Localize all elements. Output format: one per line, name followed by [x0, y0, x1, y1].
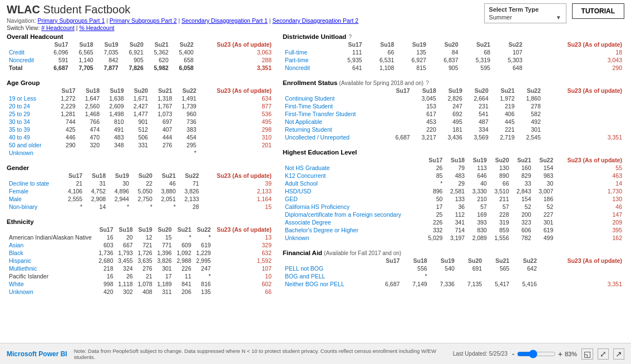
table-row: 19 or Less1,2721,6471,6381,6711,3181,491…	[7, 94, 274, 102]
gender-section: Gender Su17Su18Su19Su20Su21Su22Su23 (As …	[7, 164, 274, 211]
top-right-controls: Select Term Type Summer ▼ TUTORIAL	[484, 3, 624, 31]
table-row: 35 to 39425474491512407383298	[7, 126, 274, 133]
col-su19: Su19	[96, 41, 121, 48]
last-updated: Last Updated: 5/25/23	[453, 351, 507, 357]
table-row: 40 to 49446470483506444454310	[7, 133, 274, 141]
enrollment-status-section: Enrollment Status (Available for Spring …	[283, 79, 624, 141]
table-row: BOG and PELL*	[283, 272, 624, 280]
table-row: Non-binary*14***2815	[7, 203, 274, 211]
table-row: Not HS Graduate267911313016015455	[283, 164, 624, 172]
table-row: HSD/USD8962,5813,3303,5102,8433,0071,730	[283, 187, 624, 195]
col-su23: Su23 (As of update)	[196, 41, 274, 48]
col-su18: Su18	[71, 41, 96, 48]
zoom-plus-icon[interactable]: +	[558, 350, 563, 358]
table-row: First-Time Transfer Student6176925414065…	[283, 110, 624, 118]
table-row: Associate Degree226341393319323301209	[283, 218, 624, 226]
help-icon[interactable]: ?	[348, 34, 352, 40]
districtwide-unitload-section: Districtwide Unitload ? Su17Su18Su19Su20…	[283, 33, 624, 72]
enrollment-status-table: Su17Su18Su19Su20Su21Su22Su23 (As of upda…	[283, 87, 624, 141]
right-column: Districtwide Unitload ? Su17Su18Su19Su20…	[283, 33, 624, 318]
gender-header: Su17Su18Su19Su20Su21Su22Su23 (As of upda…	[7, 172, 274, 179]
age-group-table: Su17Su18Su19Su20Su21Su22Su23 (As of upda…	[7, 87, 274, 157]
zoom-slider[interactable]	[517, 350, 556, 358]
zoom-minus-icon[interactable]: -	[512, 350, 515, 358]
fullscreen-icon[interactable]: ⤢	[598, 348, 609, 360]
enrollment-status-title: Enrollment Status (Available for Spring …	[283, 79, 423, 86]
enrollment-status-subtitle: (Available for Spring 2018 and on)	[339, 80, 424, 86]
table-row: White9981,1181,0781,189841816602	[7, 280, 274, 288]
powerbi-link[interactable]: Microsoft Power BI	[7, 350, 67, 358]
age-group-header: Su17Su18Su19Su20Su21Su22Su23 (As of upda…	[7, 87, 274, 94]
highest-education-header: Su17Su18Su19Su20Su21Su22Su23 (As of upda…	[283, 156, 624, 164]
footer-note: Note: Data from PeopleSoft subject to ch…	[74, 348, 446, 360]
navigation-bar: Navigation: Primary Subgroups Part 1 | P…	[7, 17, 484, 24]
table-row: 25 to 291,2811,4681,4981,4771,073960536	[7, 110, 274, 118]
nav-link-4[interactable]: Secondary Disaggregation Part 2	[272, 17, 358, 24]
col-su20: Su20	[121, 41, 146, 48]
switch-view-label: Switch View:	[7, 24, 40, 31]
zoom-bar: - + 83%	[512, 350, 577, 358]
table-row: Bachelor's Degree or Higher3327148308596…	[283, 226, 624, 234]
table-row: 30 to 34744766810901697736495	[7, 118, 274, 126]
table-row: Noncredit6411,108815905595648290	[283, 64, 624, 72]
help-icon-enrollment[interactable]: ?	[426, 80, 429, 86]
age-group-title: Age Group	[7, 79, 274, 86]
fit-page-icon[interactable]: ◱	[581, 348, 593, 360]
table-row: 50 and older290320348331276295201	[7, 141, 274, 149]
table-row: Returning Student220181334221301	[283, 126, 624, 133]
financial-aid-subtitle: (Available for Fall 2017 and on)	[324, 250, 401, 256]
switch-pct-link[interactable]: % Headcount	[79, 24, 114, 31]
table-row: GED50133210211154186130	[283, 195, 624, 203]
enrollment-header: Su17Su18Su19Su20Su21Su22Su23 (As of upda…	[283, 87, 624, 94]
table-row: Uncollected / Unreported6,6873,2173,4363…	[283, 133, 624, 141]
highest-education-title: Highest Education Level	[283, 149, 624, 156]
ethnicity-table: Su17Su18Su19Su20Su21Su22Su23 (As of upda…	[7, 226, 274, 296]
districtwide-table: Su17Su18Su19Su20Su21Su22Su23 (As of upda…	[283, 41, 624, 72]
nav-link-3[interactable]: Secondary Disaggregation Part 1	[181, 17, 268, 24]
gender-title: Gender	[7, 164, 274, 171]
table-row: Part-time5,9356,5316,9276,8375,3195,3033…	[283, 56, 624, 64]
table-row: Neither BOG nor PELL6,6877,1497,3367,135…	[283, 280, 624, 288]
table-row: Asian603667721771609619329	[7, 241, 274, 249]
financial-aid-table: Su17Su18Su19Su20Su21Su22Su23 (As of upda…	[283, 257, 624, 288]
table-row: First-Time Student153247231219278	[283, 102, 624, 110]
financial-aid-header: Su17Su18Su19Su20Su21Su22Su23 (As of upda…	[283, 257, 624, 265]
term-dropdown[interactable]: Summer ▼	[489, 14, 561, 21]
highest-education-table: Su17Su18Su19Su20Su21Su22Su23 (As of upda…	[283, 156, 624, 242]
title-nav-area: WLAC Student Factbook Navigation: Primar…	[7, 3, 484, 31]
switch-headcount-link[interactable]: # Headcount	[41, 24, 75, 31]
chevron-down-icon: ▼	[556, 14, 561, 21]
left-column: Overall Headcount Su17 Su18 Su19 Su20 Su…	[7, 33, 274, 318]
term-selector-box[interactable]: Select Term Type Summer ▼	[484, 3, 566, 23]
table-row: Multiethnic218324276301226247107	[7, 265, 274, 272]
table-row-total: Total 6,6877,7057,8777,8265,9826,0583,35…	[7, 64, 274, 72]
table-row: Diploma/certificate from a Foreign secon…	[283, 211, 624, 218]
share-icon[interactable]: ↗	[613, 348, 624, 360]
table-row: Noncredit 5911,140842905620658288	[7, 56, 274, 64]
gender-table: Su17Su18Su19Su20Su21Su22Su23 (As of upda…	[7, 172, 274, 211]
nav-link-2[interactable]: Primary Subgroups Part 2	[110, 17, 177, 24]
overall-headcount-header: Su17 Su18 Su19 Su20 Su21 Su22 Su23 (As o…	[7, 41, 274, 48]
footer-right: Last Updated: 5/25/23 - + 83% ◱ ⤢ ↗	[453, 348, 624, 360]
row-noncredit[interactable]: Noncredit	[7, 56, 46, 64]
table-row: Full-time11166135846810718	[283, 48, 624, 56]
table-row: Black1,7361,7931,7261,3961,0921,229632	[7, 249, 274, 257]
table-row: Hispanic2,6803,4553,6353,8262,9882,9951,…	[7, 257, 274, 265]
row-credit[interactable]: Credit	[7, 48, 46, 56]
financial-aid-title: Financial Aid (Available for Fall 2017 a…	[283, 250, 401, 256]
col-su22: Su22	[171, 41, 196, 48]
table-row: Credit 6,0966,5657,0356,9215,3625,4003,0…	[7, 48, 274, 56]
tutorial-button[interactable]: TUTORIAL	[572, 3, 624, 19]
col-su21: Su21	[146, 41, 171, 48]
nav-link-1[interactable]: Primary Subgroups Part 1	[37, 17, 105, 24]
table-row: American Indian/Alaskan Native16201215**…	[7, 233, 274, 241]
bottom-bar: Microsoft Power BI Note: Data from Peopl…	[0, 343, 631, 364]
factbook-title: Student Factbook	[43, 3, 131, 16]
table-row: Adult School*294066333014	[283, 179, 624, 187]
table-row: Unknown5,0293,1972,0891,556782499162	[283, 234, 624, 242]
ethnicity-header: Su17Su18Su19Su20Su21Su22Su23 (As of upda…	[7, 226, 274, 233]
table-row: K12 Concurrent85483646890829983463	[283, 172, 624, 179]
districtwide-header: Su17Su18Su19Su20Su21Su22Su23 (As of upda…	[283, 41, 624, 48]
highest-education-section: Highest Education Level Su17Su18Su19Su20…	[283, 149, 624, 242]
brand-name: WLAC	[7, 3, 40, 16]
